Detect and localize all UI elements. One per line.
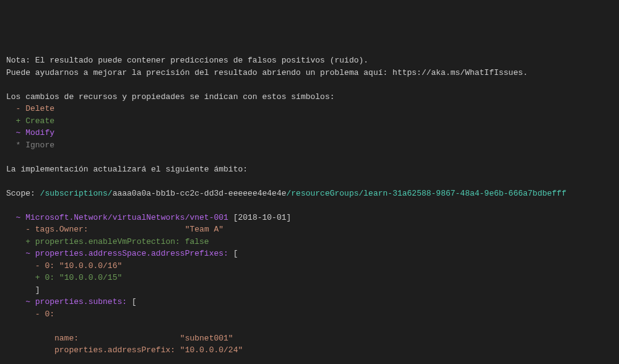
issues-url[interactable]: https://aka.ms/WhatIfIssues	[392, 68, 523, 77]
modify-subnets-key: properties.subnets:	[35, 297, 127, 306]
resource-path: Microsoft.Network/virtualNetworks/vnet-0…	[25, 213, 228, 222]
delete-label: Delete	[25, 104, 54, 113]
modify-resource-sym: ~	[6, 213, 25, 222]
delete-prop-key: tags.Owner:	[35, 225, 89, 234]
create-symbol: +	[6, 116, 25, 126]
subnet-prefix-val: "10.0.0.0/24"	[180, 345, 243, 355]
api-version: [2018-10-01]	[228, 213, 291, 222]
modify-prop-sym: ~	[6, 249, 35, 258]
modify-prop-key: properties.addressSpace.addressPrefixes:	[35, 249, 228, 258]
create-item-key: 0:	[45, 273, 59, 282]
subnet-prefix-key: properties.addressPrefix:	[54, 345, 180, 355]
modify-symbol: ~	[6, 128, 25, 137]
create-label: Create	[25, 116, 54, 126]
create-item-sym: +	[6, 273, 45, 282]
delete-subnet-key: 0:	[45, 310, 54, 319]
ignore-symbol: *	[6, 141, 25, 150]
ignore-label: Ignore	[25, 141, 54, 150]
subnet-name-key: name:	[54, 334, 79, 343]
subnet-name-val: "subnet001"	[180, 334, 233, 343]
delete-item-val: "10.0.0.0/16"	[59, 261, 122, 271]
scope-intro: La implementación actualizará el siguien…	[6, 165, 248, 174]
create-prop-sym: +	[6, 237, 35, 246]
create-prop-val: false	[185, 237, 209, 246]
scope-subid: aaaa0a0a-bb1b-cc2c-dd3d-eeeeee4e4e4e	[113, 189, 287, 198]
scope-path-sub: /subscriptions/	[40, 189, 113, 198]
terminal-output: Nota: El resultado puede contener predic…	[6, 54, 613, 364]
bracket-open: [	[228, 249, 238, 258]
modify-subnets-sym: ~	[6, 297, 35, 306]
create-item-val: "10.0.0.0/15"	[59, 273, 122, 282]
delete-prop-sym: -	[6, 225, 35, 234]
create-prop-key: properties.enableVmProtection:	[35, 237, 185, 246]
delete-item-sym: -	[6, 261, 45, 271]
delete-prop-val: "Team A"	[185, 225, 223, 234]
delete-symbol: -	[6, 104, 25, 113]
modify-label: Modify	[25, 128, 54, 137]
scope-label: Scope:	[6, 189, 40, 198]
delete-subnet-sym: -	[6, 310, 45, 319]
scope-path-rg: /resourceGroups/learn-31a62588-9867-48a4…	[287, 189, 566, 198]
note-text-2: Puede ayudarnos a mejorar la precisión d…	[6, 68, 392, 77]
delete-item-key: 0:	[45, 261, 59, 271]
bracket-open-2: [	[127, 297, 137, 306]
bracket-close: ]	[6, 285, 40, 295]
note-text: Nota: El resultado puede contener predic…	[6, 56, 368, 65]
legend-intro: Los cambios de recursos y propiedades se…	[6, 92, 335, 102]
